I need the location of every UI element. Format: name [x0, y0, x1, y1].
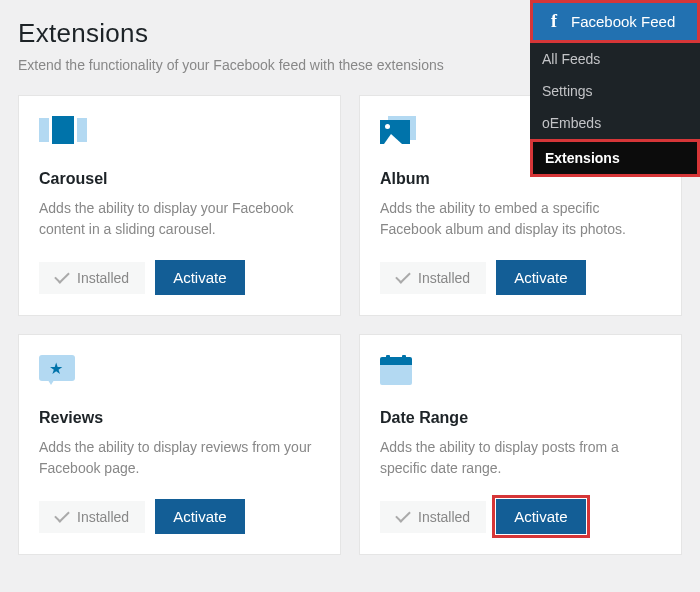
- card-description: Adds the ability to display reviews from…: [39, 437, 320, 479]
- sidebar: f Facebook Feed All Feeds Settings oEmbe…: [530, 0, 700, 177]
- installed-badge: Installed: [380, 501, 486, 533]
- card-description: Adds the ability to display posts from a…: [380, 437, 661, 479]
- check-icon: [395, 507, 411, 523]
- sidebar-header[interactable]: f Facebook Feed: [530, 0, 700, 43]
- card-description: Adds the ability to embed a specific Fac…: [380, 198, 661, 240]
- activate-button[interactable]: Activate: [496, 260, 585, 295]
- check-icon: [54, 507, 70, 523]
- sidebar-item-extensions[interactable]: Extensions: [530, 139, 700, 177]
- activate-button[interactable]: Activate: [155, 499, 244, 534]
- check-icon: [395, 268, 411, 284]
- card-actions: Installed Activate: [380, 260, 661, 295]
- installed-badge: Installed: [380, 262, 486, 294]
- extension-card-date-range: Date Range Adds the ability to display p…: [359, 334, 682, 555]
- card-actions: Installed Activate: [39, 260, 320, 295]
- album-icon: [380, 116, 428, 152]
- sidebar-item-all-feeds[interactable]: All Feeds: [530, 43, 700, 75]
- card-title: Date Range: [380, 409, 661, 427]
- extension-card-carousel: Carousel Adds the ability to display you…: [18, 95, 341, 316]
- card-title: Reviews: [39, 409, 320, 427]
- date-range-icon: [380, 355, 428, 391]
- sidebar-item-oembeds[interactable]: oEmbeds: [530, 107, 700, 139]
- card-title: Carousel: [39, 170, 320, 188]
- activate-button[interactable]: Activate: [155, 260, 244, 295]
- facebook-icon: f: [545, 11, 563, 32]
- installed-badge: Installed: [39, 501, 145, 533]
- extension-card-reviews: ★ Reviews Adds the ability to display re…: [18, 334, 341, 555]
- reviews-icon: ★: [39, 355, 87, 391]
- activate-button[interactable]: Activate: [496, 499, 585, 534]
- installed-badge: Installed: [39, 262, 145, 294]
- card-actions: Installed Activate: [39, 499, 320, 534]
- check-icon: [54, 268, 70, 284]
- card-description: Adds the ability to display your Faceboo…: [39, 198, 320, 240]
- sidebar-header-label: Facebook Feed: [571, 13, 675, 30]
- card-actions: Installed Activate: [380, 499, 661, 534]
- carousel-icon: [39, 116, 87, 152]
- sidebar-item-settings[interactable]: Settings: [530, 75, 700, 107]
